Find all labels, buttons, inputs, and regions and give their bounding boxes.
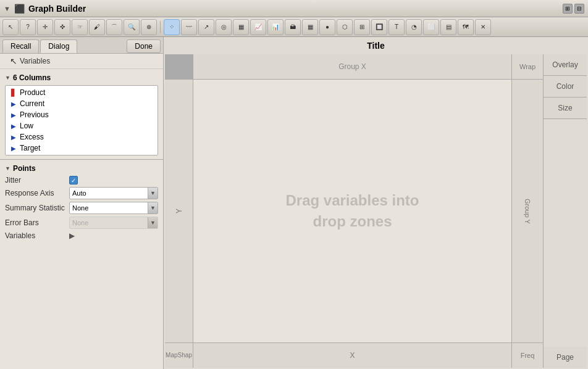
group-y-drop-zone[interactable]: Group Y	[512, 80, 543, 342]
chevron-down-icon: ▼	[150, 190, 156, 196]
toolbar-btn-measure[interactable]: ⊕	[141, 19, 157, 35]
toolbar-btn-map[interactable]: ⬡	[337, 19, 353, 35]
toolbar-btn-brush[interactable]: 🖌	[89, 19, 105, 35]
toolbar-btn-box[interactable]: ⬜	[423, 19, 439, 35]
columns-header-label: 6 Columns	[13, 73, 51, 82]
toolbar-btn-bar[interactable]: 📊	[267, 19, 284, 35]
column-label-product: Product	[20, 88, 45, 97]
points-collapse-icon: ▼	[5, 165, 10, 172]
toolbar-btn-lasso[interactable]: ⌒	[106, 19, 122, 35]
collapse-icon[interactable]: ▼	[4, 5, 10, 12]
group-y-label: Group Y	[524, 199, 531, 224]
form-row-response-axis: Response Axis Auto ▼	[2, 186, 161, 201]
x-label: X	[350, 351, 355, 360]
left-panel: Recall Dialog Done ↖ Variables ▼ 6 Colum…	[0, 37, 164, 369]
form-row-error-bars: Error Bars None ▼	[2, 215, 161, 230]
column-item-excess[interactable]: ▶ Excess	[6, 131, 158, 143]
size-label: Size	[558, 104, 572, 112]
corner-icon-1[interactable]: ⊞	[563, 4, 573, 14]
toolbar-btn-text[interactable]: T	[388, 19, 405, 35]
group-x-drop-zone[interactable]: Group X	[193, 54, 511, 79]
response-axis-select[interactable]: Auto ▼	[69, 187, 158, 199]
bar-chart-icon: ▋	[10, 89, 17, 96]
toolbar-btn-move[interactable]: ✜	[54, 19, 70, 35]
error-bars-arrow[interactable]: ▼	[148, 217, 158, 228]
column-item-target[interactable]: ▶ Target	[6, 143, 158, 154]
form-row-jitter: Jitter ✓	[2, 175, 161, 186]
right-canvas: Title Group X Wrap Overlay Color	[164, 37, 588, 369]
overlay-button[interactable]: Overlay	[544, 54, 587, 76]
size-button[interactable]: Size	[544, 97, 587, 119]
shap-label: Shap	[178, 352, 192, 359]
chevron-down-icon-2: ▼	[150, 205, 156, 211]
column-item-previous[interactable]: ▶ Previous	[6, 109, 158, 120]
toolbar-divider-1	[160, 21, 161, 33]
toolbar-btn-pan[interactable]: ☞	[72, 19, 88, 35]
column-item-product[interactable]: ▋ Product	[6, 87, 158, 98]
tab-recall[interactable]: Recall	[2, 39, 39, 53]
color-button[interactable]: Color	[544, 76, 587, 97]
cursor-icon: ↖	[10, 56, 17, 66]
columns-header[interactable]: ▼ 6 Columns	[2, 72, 161, 84]
toolbar-btn-surface[interactable]: 🏔	[285, 19, 301, 35]
summary-statistic-value: None	[72, 204, 145, 212]
column-label-excess: Excess	[20, 133, 44, 141]
freq-drop-zone[interactable]: Freq	[512, 343, 543, 368]
corner-icon-2[interactable]: ⊟	[574, 4, 584, 14]
summary-statistic-label: Summary Statistic	[5, 204, 67, 212]
variables-header[interactable]: ↖ Variables	[0, 54, 163, 69]
points-section: ▼ Points Jitter ✓ Response Axis Auto ▼	[0, 159, 163, 244]
title-bar: ▼ ⬛ Graph Builder ⊞ ⊟	[0, 0, 588, 17]
column-label-previous: Previous	[20, 110, 49, 119]
toolbar-btn-crosshair[interactable]: ✛	[37, 19, 53, 35]
y-drop-zone[interactable]: Y	[165, 80, 193, 342]
toolbar-btn-var1[interactable]: ▤	[440, 19, 456, 35]
toolbar-btn-heatmap[interactable]: 🔲	[371, 19, 387, 35]
toolbar-btn-contour[interactable]: ◎	[216, 19, 232, 35]
y-label: Y	[175, 209, 183, 214]
toolbar-btn-magnify[interactable]: 🔍	[124, 19, 140, 35]
wrap-drop-zone[interactable]: Wrap	[512, 54, 543, 79]
page-button[interactable]: Page	[544, 347, 587, 368]
column-item-low[interactable]: ▶ Low	[6, 120, 158, 131]
toolbar-btn-var3[interactable]: ✕	[475, 19, 491, 35]
drop-text-line1: Drag variables into	[285, 190, 419, 211]
summary-statistic-arrow[interactable]: ▼	[148, 202, 158, 214]
toolbar-btn-pie[interactable]: ●	[319, 19, 335, 35]
tab-row: Recall Dialog Done	[0, 37, 163, 54]
toolbar-btn-circle[interactable]: ◔	[406, 19, 422, 35]
right-panel-spacer	[544, 119, 587, 347]
canvas-title: Title	[164, 37, 588, 53]
jitter-checkbox[interactable]: ✓	[69, 176, 78, 184]
tab-done[interactable]: Done	[127, 39, 161, 53]
toolbar-btn-area[interactable]: ▦	[233, 19, 249, 35]
column-item-current[interactable]: ▶ Current	[6, 98, 158, 109]
column-label-target: Target	[20, 144, 40, 152]
chevron-down-icon-3: ▼	[150, 220, 156, 226]
window-title: Graph Builder	[28, 4, 559, 14]
triangle-icon-excess: ▶	[10, 134, 17, 140]
response-axis-arrow[interactable]: ▼	[148, 188, 158, 199]
toolbar-btn-line[interactable]: ↗	[198, 19, 214, 35]
summary-statistic-select[interactable]: None ▼	[69, 202, 158, 214]
toolbar-btn-linechart[interactable]: 📈	[250, 19, 266, 35]
x-drop-zone[interactable]: X	[193, 343, 511, 368]
tab-dialog[interactable]: Dialog	[40, 39, 77, 53]
toolbar-btn-var2[interactable]: 🗺	[458, 19, 474, 35]
overlay-label: Overlay	[552, 60, 578, 69]
toolbar-btn-points[interactable]: ⁘	[164, 19, 180, 35]
error-bars-select[interactable]: None ▼	[69, 217, 158, 229]
toolbar-btn-help[interactable]: ?	[20, 19, 36, 35]
jitter-control: ✓	[69, 176, 158, 184]
triangle-icon-previous: ▶	[10, 112, 17, 118]
main-drop-zone[interactable]: Drag variables into drop zones	[193, 80, 511, 342]
toolbar-btn-smoother[interactable]: 〰	[181, 19, 197, 35]
toolbar-btn-grid[interactable]: ⊞	[354, 19, 370, 35]
variables-arrow-icon[interactable]: ▶	[69, 231, 75, 240]
variables-sub-control: ▶	[69, 231, 158, 240]
toolbar-btn-treemap[interactable]: ▦	[302, 19, 318, 35]
points-section-header[interactable]: ▼ Points	[2, 162, 161, 175]
toolbar-btn-pointer[interactable]: ↖	[2, 19, 19, 35]
column-label-low: Low	[20, 122, 33, 130]
right-panel-inner: Overlay Color Size Page	[544, 54, 587, 368]
